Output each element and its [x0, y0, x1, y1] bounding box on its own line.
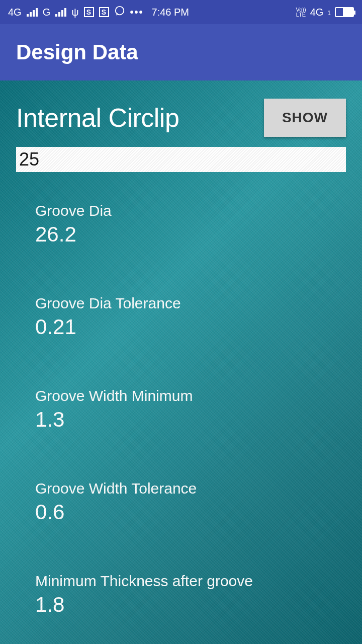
- volte-icon: Vo))LTE: [296, 7, 306, 17]
- result-value: 0.21: [35, 315, 346, 339]
- app-badge-icon: S: [84, 7, 94, 17]
- result-label: Minimum Thickness after groove: [35, 573, 346, 590]
- page-header: Internal Circlip SHOW: [0, 80, 362, 141]
- result-field: Groove Dia 26.2: [35, 202, 346, 247]
- network1-label: 4G: [8, 7, 22, 18]
- app-title: Design Data: [16, 40, 138, 64]
- result-field: Minimum Thickness after groove 1.8: [35, 573, 346, 617]
- result-label: Groove Width Minimum: [35, 387, 346, 405]
- battery-icon: [335, 7, 354, 17]
- result-value: 1.8: [35, 593, 346, 617]
- content-area: Internal Circlip SHOW Groove Dia 26.2 Gr…: [0, 80, 362, 644]
- sim-index: 1: [327, 10, 331, 17]
- show-button[interactable]: SHOW: [264, 99, 346, 137]
- clock-time: 7:46 PM: [152, 7, 189, 18]
- status-right: Vo))LTE 4G 1: [296, 7, 354, 18]
- usb-icon: ψ: [71, 7, 78, 18]
- app-badge-icon: S: [99, 7, 109, 17]
- signal-bars-icon: [55, 8, 66, 17]
- result-label: Groove Width Tolerance: [35, 480, 346, 497]
- svg-point-0: [115, 6, 124, 15]
- result-value: 0.6: [35, 500, 346, 524]
- result-value: 1.3: [35, 408, 346, 432]
- page-title: Internal Circlip: [16, 103, 179, 133]
- whatsapp-icon: [114, 6, 125, 19]
- result-field: Groove Width Tolerance 0.6: [35, 480, 346, 524]
- network-right-label: 4G: [310, 7, 324, 18]
- size-input[interactable]: [16, 147, 346, 172]
- result-value: 26.2: [35, 222, 346, 247]
- status-bar: 4G G ψ S S ••• 7:46 PM Vo))LTE 4G 1: [0, 0, 362, 24]
- result-field: Groove Width Minimum 1.3: [35, 387, 346, 432]
- input-wrap: [0, 141, 362, 174]
- app-bar: Design Data: [0, 24, 362, 80]
- status-left: 4G G ψ S S ••• 7:46 PM: [8, 6, 291, 19]
- more-icon: •••: [130, 7, 144, 18]
- signal-bars-icon: [27, 8, 38, 17]
- results-list: Groove Dia 26.2 Groove Dia Tolerance 0.2…: [0, 174, 362, 644]
- result-field: Groove Dia Tolerance 0.21: [35, 295, 346, 339]
- network2-label: G: [43, 7, 51, 18]
- result-label: Groove Dia Tolerance: [35, 295, 346, 312]
- result-label: Groove Dia: [35, 202, 346, 219]
